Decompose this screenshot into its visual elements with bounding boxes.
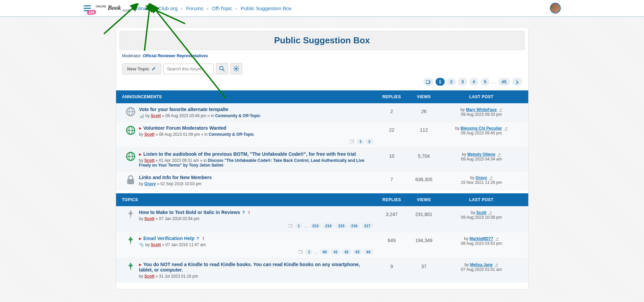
- row-icon: [122, 151, 139, 161]
- mini-page[interactable]: 40: [320, 249, 329, 255]
- goto-post-icon[interactable]: ↗: [489, 175, 493, 180]
- last-author-link[interactable]: Melody Otieno: [467, 152, 495, 157]
- page-last[interactable]: 45: [498, 78, 510, 86]
- crumb-3[interactable]: Public Suggestion Box: [241, 5, 291, 11]
- unread-icon: ▸: [139, 262, 141, 267]
- topic-title[interactable]: How to Make to Text Bold or Italic in Re…: [139, 210, 240, 215]
- topic-title[interactable]: Volunteer Forum Moderators Wanted: [143, 125, 226, 131]
- goto-post-icon[interactable]: ↗: [489, 210, 492, 215]
- topic-row: ▸You do NOT need a Kindle to read Kindle…: [116, 258, 528, 282]
- crumb-2[interactable]: Off-Topic: [212, 5, 232, 11]
- forum-link[interactable]: Community & Off-Topic: [209, 132, 254, 137]
- mini-page[interactable]: 1: [305, 249, 313, 255]
- avatar[interactable]: [550, 3, 561, 14]
- replies-count: 3,247: [377, 210, 407, 217]
- globe-icon: [126, 107, 136, 117]
- announcements-header: ANNOUNCEMENTS REPLIES VIEWS LAST POST: [116, 90, 528, 103]
- goto-post-icon[interactable]: ↗: [495, 262, 498, 267]
- crumb-1[interactable]: Forums: [186, 5, 203, 11]
- author-link[interactable]: Scott: [145, 132, 155, 137]
- mini-page[interactable]: 1: [357, 139, 364, 144]
- topic-mini-pages: ❐1…4041424344: [298, 249, 373, 255]
- page-5[interactable]: 5: [481, 78, 490, 86]
- goto-post-icon[interactable]: ↗: [497, 152, 501, 157]
- mini-page[interactable]: 42: [342, 249, 351, 255]
- search-icon: [219, 66, 225, 71]
- row-icon: [122, 125, 139, 135]
- search-button[interactable]: [216, 63, 228, 74]
- mini-page[interactable]: 41: [331, 249, 340, 255]
- search-input[interactable]: [163, 64, 214, 74]
- mini-page[interactable]: 216: [349, 223, 360, 229]
- topic-row: Vote for your favorite alternate tempalt…: [116, 103, 528, 122]
- last-author-link[interactable]: Scott: [476, 210, 486, 215]
- mini-page[interactable]: 43: [353, 249, 362, 255]
- page-jump-button[interactable]: [423, 78, 434, 86]
- forum-container: Public Suggestion Box Moderator: Officia…: [116, 27, 529, 289]
- topic-row: Links and Info for New Membersby Gravy »…: [116, 171, 528, 190]
- last-author-link[interactable]: Gravy: [475, 175, 487, 180]
- settings-button[interactable]: [230, 63, 242, 74]
- mini-page[interactable]: 2: [365, 139, 373, 144]
- col-views: VIEWS: [407, 94, 441, 99]
- topic-title[interactable]: Vote for your favorite alternate tempalt…: [139, 107, 228, 112]
- unread-icon: ▸: [139, 151, 141, 157]
- topic-title[interactable]: Listen to the audiobook of the previous …: [143, 151, 356, 157]
- replies-count: 22: [377, 125, 407, 133]
- forum-link[interactable]: Community & Off-Topic: [215, 113, 261, 118]
- last-post: by Gravy ↗15 Nov 2021 11:26 pm: [441, 175, 522, 185]
- author-link[interactable]: Scott: [151, 242, 161, 247]
- topic-title[interactable]: You do NOT need a Kindle to read Kindle …: [139, 262, 360, 273]
- site-logo[interactable]: ONLINE Book CLUB: [96, 4, 130, 12]
- mini-page[interactable]: 215: [335, 223, 347, 229]
- page-2[interactable]: 2: [447, 78, 456, 86]
- author-link[interactable]: Scott: [145, 158, 155, 163]
- question-icon: ?: [196, 236, 199, 241]
- mini-page[interactable]: 44: [363, 249, 373, 255]
- topic-meta: 📎by Scott » 07 Jan 2016 11:47 am: [139, 242, 373, 247]
- logo-sub: CLUB: [123, 9, 130, 12]
- topic-row: ▸Volunteer Forum Moderators Wantedby Sco…: [116, 122, 528, 148]
- menu-button[interactable]: 204: [84, 5, 91, 11]
- topics-list: How to Make to Text Bold or Italic in Re…: [116, 206, 528, 282]
- author-link[interactable]: Scott: [145, 216, 155, 221]
- mini-page[interactable]: 213: [310, 223, 321, 229]
- last-author-link[interactable]: Blessing Chi Peculiar: [461, 126, 502, 131]
- moderator-link[interactable]: Official Reviewer Representatives: [143, 53, 208, 58]
- new-topic-button[interactable]: New Topic: [122, 63, 161, 74]
- replies-count: 2: [377, 107, 407, 114]
- page-1[interactable]: 1: [436, 78, 445, 86]
- crumb-0[interactable]: OnlineBookClub.org: [132, 5, 177, 11]
- mini-page[interactable]: 1: [295, 223, 303, 229]
- topic-title[interactable]: Email Verification Help: [143, 236, 195, 241]
- mini-ellipsis: …: [314, 250, 318, 255]
- author-link[interactable]: Scott: [145, 274, 155, 279]
- forum-link[interactable]: Discuss "The Unfakeable Code®: Take Back…: [139, 158, 364, 168]
- last-author-link[interactable]: MarkieMD77: [469, 236, 493, 241]
- page-4[interactable]: 4: [469, 78, 479, 86]
- topic-meta: by Scott » 01 Apr 2023 09:31 am » in Dis…: [139, 158, 373, 168]
- last-author-link[interactable]: Melisa Jane: [470, 262, 493, 267]
- views-count: 37: [407, 262, 441, 269]
- author-link[interactable]: Scott: [151, 113, 161, 118]
- topic-title[interactable]: Links and Info for New Members: [139, 175, 212, 180]
- page-3[interactable]: 3: [458, 78, 467, 86]
- goto-post-icon[interactable]: ↗: [495, 236, 499, 241]
- author-link[interactable]: Gravy: [145, 181, 156, 186]
- row-main: ▸Volunteer Forum Moderators Wantedby Sco…: [139, 125, 377, 144]
- priority-icon: !: [248, 210, 250, 215]
- goto-post-icon[interactable]: ↗: [504, 126, 508, 131]
- svg-line-13: [238, 67, 238, 67]
- breadcrumb: OnlineBookClub.org ‹ Forums ‹ Off-Topic …: [132, 5, 291, 11]
- announcements-list: Vote for your favorite alternate tempalt…: [116, 103, 528, 190]
- globe-icon: [126, 125, 136, 135]
- goto-post-icon[interactable]: ↗: [499, 107, 502, 112]
- mini-page[interactable]: 217: [361, 223, 373, 229]
- logo-main: Book: [108, 4, 121, 11]
- mini-page[interactable]: 214: [323, 223, 334, 229]
- page-title-bar: Public Suggestion Box: [119, 31, 525, 50]
- top-bar: 204 ONLINE Book CLUB OnlineBookClub.org …: [0, 0, 644, 17]
- topic-meta: by Gravy » 02 Sep 2018 10:03 pm: [139, 181, 373, 186]
- page-next[interactable]: [512, 78, 522, 86]
- last-author-link[interactable]: Mary WhiteFace: [466, 107, 497, 112]
